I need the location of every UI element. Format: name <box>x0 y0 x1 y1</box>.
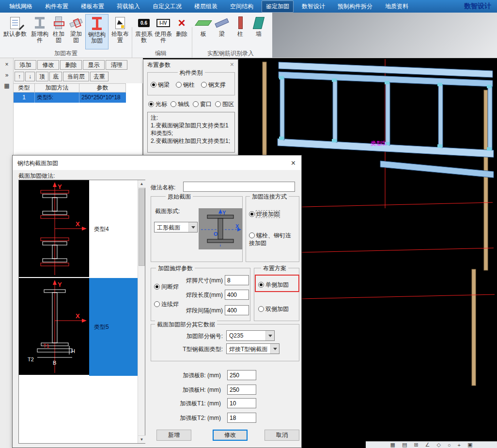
default-params-button[interactable]: 默认参数 <box>2 14 28 49</box>
hatch-icon[interactable]: ▤ <box>402 442 407 448</box>
menu-tab-spatial-structure[interactable]: 空间结构 <box>226 0 258 13</box>
delete-button[interactable]: × 删除 <box>173 14 190 49</box>
weld-leg-size-input[interactable] <box>225 275 249 285</box>
menu-tab-precast-split[interactable]: 预制构件拆分 <box>333 0 377 13</box>
radio-label: 间断焊 <box>161 283 179 290</box>
radio-region-mode[interactable]: 围区 <box>215 100 234 108</box>
move-down-button[interactable]: ↓ <box>25 72 35 81</box>
slab-rebar-button[interactable]: 板 <box>195 14 212 49</box>
group-label: 构件类别 <box>178 69 205 77</box>
list-item-type5[interactable]: Y X T1 H B T2 类型5 <box>19 278 138 376</box>
radio-intermittent-weld[interactable]: 间断焊 <box>154 283 179 291</box>
beam-reinforce-button[interactable]: 梁加固 <box>68 14 84 49</box>
chevron-down-icon <box>265 331 274 340</box>
bottom-button[interactable]: 底 <box>49 72 62 81</box>
show-button[interactable]: 显示 <box>83 60 105 70</box>
button-label: 震损系数 <box>135 31 153 44</box>
section-shape-select[interactable]: 工形截面 <box>154 222 198 232</box>
panel-close-icon[interactable]: × <box>0 61 14 68</box>
usage-condition-button[interactable]: I-IV 使用条件 <box>154 14 172 49</box>
weld-segment-gap-input[interactable] <box>225 305 249 315</box>
menu-tab-component-layout[interactable]: 构件布置 <box>41 0 73 13</box>
dialog-close-icon[interactable]: × <box>291 159 295 168</box>
radio-steel-column[interactable]: 钢柱 <box>176 81 195 89</box>
steel-ibeam-red-icon <box>92 17 102 30</box>
radio-weld-reinforce[interactable]: 焊接加固 <box>249 210 280 218</box>
panel-grid-icon[interactable]: ▦ <box>0 82 14 89</box>
menu-tab-custom-case[interactable]: 自定义工况 <box>148 0 186 13</box>
beam-rebar-button[interactable]: 梁 <box>213 14 231 49</box>
plate-t2-input[interactable] <box>227 413 256 423</box>
select-box-icon[interactable]: ▣ <box>467 442 472 448</box>
radio-icon <box>176 82 182 88</box>
table-row-cell-method[interactable]: 类型5: <box>35 93 79 103</box>
radio-icon <box>258 306 264 312</box>
weld-segment-length-input[interactable] <box>225 290 249 300</box>
angle-snap-icon[interactable]: ∠ <box>425 442 430 448</box>
ortho-icon[interactable]: ⊞ <box>414 442 418 448</box>
radio-steel-brace[interactable]: 钢支撑 <box>201 81 226 89</box>
top-button[interactable]: 顶 <box>36 72 48 81</box>
table-header-type: 类型 <box>14 83 35 93</box>
wall-rebar-button[interactable]: 墙 <box>250 14 267 49</box>
steel-grade-select[interactable]: Q235 <box>226 330 275 341</box>
cancel-button[interactable]: 取消 <box>264 430 299 441</box>
table-row-cell-params[interactable]: 250*250*10*18 <box>79 93 126 103</box>
menu-tab-slab-layout[interactable]: 楼板布置 <box>77 0 109 13</box>
method-name-label: 做法名称: <box>151 184 175 192</box>
menu-tab-floor-assembly[interactable]: 楼层组装 <box>190 0 222 13</box>
steel-structure-reinforce-button[interactable]: 钢结构加固 <box>85 14 109 49</box>
plate-h-input[interactable] <box>227 385 256 395</box>
table-row-cell-type[interactable]: 1 <box>14 93 35 103</box>
circle-snap-icon[interactable]: ○ <box>448 442 451 448</box>
column-rebar-button[interactable]: 柱 <box>232 14 249 49</box>
placement-params-panel: 布置参数 × 构件类别 钢梁 钢柱 钢支撑 光标 轴线 窗口 围区 注: 1.变… <box>143 59 238 156</box>
red-x-icon: × <box>178 16 185 29</box>
menu-tab-appraisal-reinforce[interactable]: 鉴定加固 <box>262 0 294 13</box>
pick-arrow-icon <box>115 17 125 29</box>
dedupe-button[interactable]: 去重 <box>90 72 109 81</box>
panel-collapse-icon[interactable]: » <box>0 72 14 78</box>
modify-button[interactable]: 修改 <box>37 60 59 70</box>
list-scrollbar[interactable]: ▲ ▼ <box>138 180 145 443</box>
crosshair-icon[interactable]: + <box>458 442 461 448</box>
t2-dim-label: T2 <box>28 356 34 362</box>
new-button[interactable]: 新增 <box>156 430 191 441</box>
grid-snap-icon[interactable]: ▦ <box>390 442 395 448</box>
dialog-modify-button[interactable]: 修改 <box>213 430 248 441</box>
scroll-down-icon[interactable]: ▼ <box>138 435 145 443</box>
menu-tab-geology[interactable]: 地质资料 <box>381 0 413 13</box>
t-section-type-select[interactable]: 焊接T型钢截面 <box>226 343 280 354</box>
add-button[interactable]: 添加 <box>15 60 36 70</box>
quake-factor-button[interactable]: 0.6 震损系数 <box>135 14 153 49</box>
plate-b-input[interactable] <box>227 370 256 380</box>
radio-double-side-reinforce[interactable]: 双侧加固 <box>258 305 289 313</box>
method-name-input[interactable] <box>183 182 295 192</box>
shape-label: 截面形式: <box>155 207 180 216</box>
radio-cursor-mode[interactable]: 光标 <box>148 100 167 108</box>
node-snap-icon[interactable]: ◇ <box>436 442 440 448</box>
list-item-type4[interactable]: Y X 类型4 <box>19 180 138 278</box>
radio-label: 围区 <box>222 101 234 108</box>
scroll-up-icon[interactable]: ▲ <box>138 180 145 188</box>
menu-tab-axis-grid[interactable]: 轴线网格 <box>5 0 37 13</box>
radio-continuous-weld[interactable]: 连续焊 <box>154 300 179 309</box>
new-component-button[interactable]: 新增构件 <box>30 14 49 49</box>
radio-single-side-reinforce[interactable]: 单侧加固 <box>258 281 289 289</box>
move-up-button[interactable]: ↑ <box>15 72 24 81</box>
radio-window-mode[interactable]: 窗口 <box>193 100 212 108</box>
component-category-group: 构件类别 钢梁 钢柱 钢支撑 <box>147 72 235 95</box>
menu-tab-digital-design[interactable]: 数智设计 <box>297 0 329 13</box>
pick-place-button[interactable]: 拾取布置 <box>110 14 130 49</box>
close-icon[interactable]: × <box>230 61 234 68</box>
menu-tab-load-input[interactable]: 荷载输入 <box>112 0 144 13</box>
clean-button[interactable]: 清理 <box>106 60 127 70</box>
delete-row-button[interactable]: 删除 <box>60 60 82 70</box>
current-floor-button[interactable]: 当前层 <box>63 72 89 81</box>
radio-bolt-rivet-reinforce[interactable]: 螺栓、铆钉连接加固 <box>249 232 296 247</box>
column-reinforce-button[interactable]: 柱加固 <box>50 14 67 49</box>
radio-steel-beam[interactable]: 钢梁 <box>151 81 170 89</box>
scroll-thumb[interactable] <box>139 188 145 266</box>
plate-t1-input[interactable] <box>227 398 256 408</box>
radio-axis-mode[interactable]: 轴线 <box>171 100 189 108</box>
